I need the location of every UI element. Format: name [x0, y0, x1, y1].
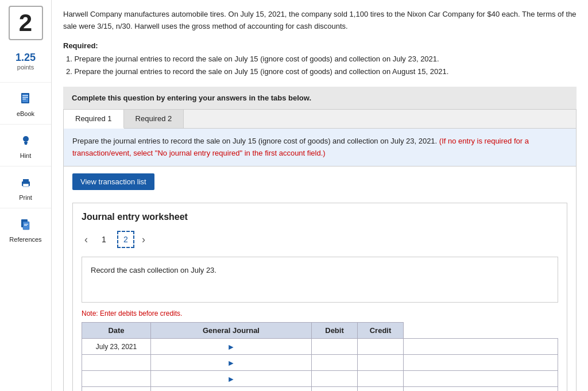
svg-rect-4 [22, 99, 26, 99]
tab-required1[interactable]: Required 1 [64, 110, 124, 129]
credit-input-cell-1[interactable] [404, 339, 558, 355]
svg-point-5 [23, 136, 29, 142]
sidebar-item-ebook[interactable]: eBook [0, 82, 51, 124]
svg-rect-14 [24, 225, 27, 226]
worksheet-container: Journal entry worksheet ‹ 1 2 › Record t… [72, 203, 567, 391]
debit-input-cell-4[interactable] [358, 387, 404, 391]
sidebar-item-hint[interactable]: Hint [0, 124, 51, 166]
journal-input-2[interactable] [312, 355, 357, 370]
sidebar-item-print[interactable]: Print [0, 166, 51, 208]
references-icon [17, 215, 35, 234]
debit-input-cell-1[interactable] [358, 339, 404, 355]
credit-input-cell-3[interactable] [404, 371, 558, 387]
svg-rect-10 [23, 184, 29, 187]
credit-input-cell-4[interactable] [404, 387, 558, 391]
svg-rect-3 [22, 97, 28, 98]
print-icon [17, 173, 35, 192]
required-item-1: 1. Prepare the journal entries to record… [66, 53, 577, 65]
journal-arrow-cell-2: ► [151, 355, 312, 371]
col-date: Date [82, 323, 151, 339]
nav-page-1[interactable]: 1 [95, 231, 113, 248]
date-cell-1: July 23, 2021 [82, 339, 151, 355]
journal-input-cell-1[interactable] [312, 339, 358, 355]
nav-row: ‹ 1 2 › [82, 231, 558, 248]
worksheet-title: Journal entry worksheet [82, 212, 558, 222]
right-arrow-icon-2: ► [227, 358, 235, 367]
debit-input-1[interactable] [358, 339, 403, 354]
required-item-2: 2. Prepare the journal entries to record… [66, 65, 577, 78]
journal-input-cell-4[interactable] [312, 387, 358, 391]
problem-number: 2 [9, 6, 43, 40]
table-header-row: Date General Journal Debit Credit [82, 323, 558, 339]
svg-rect-7 [25, 144, 27, 145]
date-cell-2 [82, 355, 151, 371]
date-cell-4 [82, 387, 151, 391]
view-transaction-button[interactable]: View transaction list [72, 173, 154, 190]
svg-rect-2 [22, 95, 28, 96]
journal-input-cell-3[interactable] [312, 371, 358, 387]
debit-input-4[interactable] [358, 387, 403, 391]
tabs-header: Required 1 Required 2 [64, 110, 576, 129]
info-main-text: Prepare the journal entries to record th… [72, 137, 437, 145]
lightbulb-icon [17, 131, 35, 150]
col-credit: Credit [358, 323, 404, 339]
required-items-list: 1. Prepare the journal entries to record… [66, 53, 577, 78]
problem-description: Harwell Company manufactures automobile … [63, 9, 577, 33]
credit-input-4[interactable] [404, 387, 558, 391]
journal-arrow-cell-1: ► [151, 339, 312, 355]
credit-input-cell-2[interactable] [404, 355, 558, 371]
sidebar: 2 1.25 points eBook [0, 0, 52, 391]
journal-input-1[interactable] [312, 339, 357, 354]
right-arrow-icon-3: ► [227, 374, 235, 384]
points-section: 1.25 points [16, 52, 36, 71]
right-arrow-icon-1: ► [227, 342, 235, 351]
points-value: 1.25 [16, 52, 36, 64]
tab-required2[interactable]: Required 2 [124, 110, 184, 128]
debit-input-cell-2[interactable] [358, 355, 404, 371]
journal-table: Date General Journal Debit Credit July 2… [82, 322, 558, 391]
svg-rect-9 [23, 179, 29, 182]
required-label: Required: [63, 41, 577, 50]
table-row: ► [82, 355, 558, 371]
debit-input-2[interactable] [358, 355, 403, 370]
col-debit: Debit [312, 323, 358, 339]
sidebar-item-references-label: References [9, 236, 41, 243]
svg-rect-6 [24, 142, 28, 144]
sidebar-item-ebook-label: eBook [17, 110, 34, 117]
instruction-bar: Complete this question by entering your … [63, 87, 577, 109]
nav-prev-arrow[interactable]: ‹ [82, 234, 91, 246]
tabs-container: Required 1 Required 2 Prepare the journa… [63, 109, 577, 391]
debit-input-3[interactable] [358, 371, 403, 386]
journal-input-cell-2[interactable] [312, 355, 358, 371]
record-instruction-box: Record the cash collection on July 23. [82, 257, 558, 303]
credit-input-2[interactable] [404, 355, 558, 370]
nav-next-arrow[interactable]: › [139, 234, 148, 246]
info-box: Prepare the journal entries to record th… [64, 129, 576, 167]
note-text: Note: Enter debits before credits. [82, 309, 558, 318]
credit-input-3[interactable] [404, 371, 558, 386]
journal-arrow-cell-4: ► [151, 387, 312, 391]
journal-input-3[interactable] [312, 371, 357, 386]
svg-rect-13 [24, 224, 28, 224]
table-row: July 23, 2021 ► [82, 339, 558, 355]
sidebar-item-hint-label: Hint [20, 152, 32, 159]
book-icon [17, 90, 35, 108]
credit-input-1[interactable] [404, 339, 558, 354]
main-content: Harwell Company manufactures automobile … [52, 0, 588, 391]
journal-arrow-cell-3: ► [151, 371, 312, 387]
date-cell-3 [82, 371, 151, 387]
table-row: ► [82, 371, 558, 387]
debit-input-cell-3[interactable] [358, 371, 404, 387]
record-instruction-text: Record the cash collection on July 23. [91, 266, 216, 274]
sidebar-item-references[interactable]: References [0, 208, 51, 250]
journal-input-4[interactable] [312, 387, 357, 391]
points-label: points [16, 64, 36, 71]
table-row: ► [82, 387, 558, 391]
nav-page-2[interactable]: 2 [117, 231, 134, 248]
col-general-journal: General Journal [151, 323, 312, 339]
sidebar-item-print-label: Print [19, 194, 32, 201]
tab-content: Prepare the journal entries to record th… [64, 129, 576, 391]
